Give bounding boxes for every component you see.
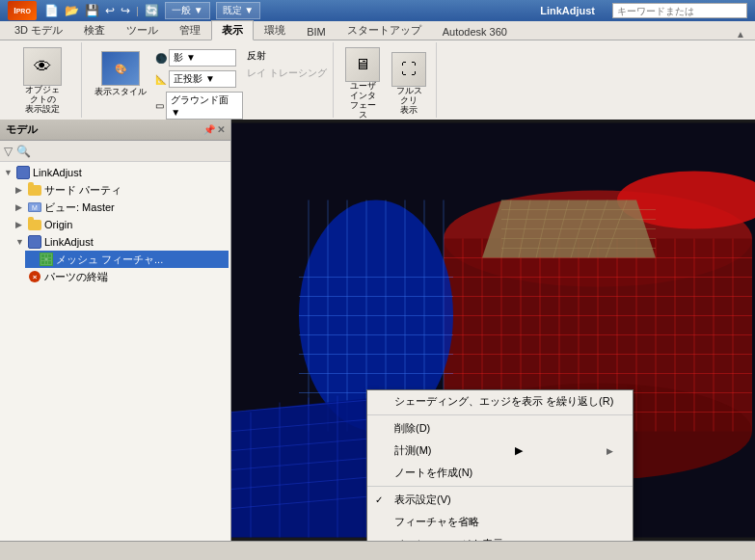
ribbon: 3D モデル 検査 ツール 管理 表示 環境 BIM スタートアップ Autod… bbox=[0, 21, 755, 120]
expand-icon[interactable]: ▶ bbox=[15, 202, 27, 212]
status-bar bbox=[0, 541, 755, 560]
content-area: モデル 📌 ✕ ▽ 🔍 ▼ LinkAdjust bbox=[0, 120, 755, 541]
panel-title: モデル bbox=[6, 122, 38, 137]
tree-label-view-master: ビュー: Master bbox=[44, 200, 115, 215]
ground-icon: ▭ bbox=[155, 100, 164, 111]
ribbon-tabs: 3D モデル 検査 ツール 管理 表示 環境 BIM スタートアップ Autod… bbox=[0, 21, 755, 40]
menu-label-show-mesh-edges: メッシュ エッジを表示 bbox=[394, 537, 503, 541]
tree-label-third-party: サード パーティ bbox=[44, 183, 121, 198]
view-icon: M bbox=[27, 200, 42, 215]
tab-3d-model[interactable]: 3D モデル bbox=[4, 20, 73, 40]
separator: | bbox=[136, 5, 139, 16]
menu-item-suppress[interactable]: フィーチャを省略 bbox=[367, 511, 633, 533]
undo-icon[interactable]: ↩ bbox=[105, 4, 115, 17]
ground-dropdown[interactable]: グラウンド面 ▼ bbox=[166, 92, 243, 120]
menu-label-delete: 削除(D) bbox=[394, 421, 430, 436]
menu-label-display-settings: 表示設定(V) bbox=[394, 493, 451, 507]
menu-label-measure: 計測(M) bbox=[394, 443, 432, 458]
submenu-arrow: ▶ bbox=[515, 444, 523, 457]
general-dropdown[interactable]: 一般 ▼ bbox=[165, 2, 210, 19]
projection-dropdown[interactable]: 正投影 ▼ bbox=[169, 70, 236, 88]
menu-item-display-settings[interactable]: 表示設定(V) bbox=[367, 489, 633, 511]
tab-inspection[interactable]: 検査 bbox=[73, 20, 116, 40]
menu-item-measure[interactable]: 計測(M) ▶ bbox=[367, 440, 633, 462]
reflection-label: 反射 bbox=[247, 49, 266, 63]
menu-label-note: ノートを作成(N) bbox=[394, 466, 472, 480]
expand-icon[interactable]: ▶ bbox=[15, 220, 27, 229]
projection-row: 📐 正投影 ▼ bbox=[155, 70, 243, 88]
menu-item-note[interactable]: ノートを作成(N) bbox=[367, 462, 633, 484]
title-text: LinkAdjust bbox=[540, 5, 595, 16]
tab-view[interactable]: 表示 bbox=[211, 20, 254, 40]
tree-label-origin: Origin bbox=[44, 219, 72, 230]
new-icon[interactable]: 📄 bbox=[44, 4, 59, 17]
tree-item-third-party[interactable]: ▶ サード パーティ bbox=[13, 181, 229, 199]
ground-plane-row: ▭ グラウンド面 ▼ bbox=[155, 92, 243, 120]
tab-tools[interactable]: ツール bbox=[116, 20, 169, 40]
pro-logo: IPRO bbox=[8, 1, 37, 20]
tab-environment[interactable]: 環境 bbox=[254, 20, 296, 40]
viewport: シェーディング、エッジを表示 を繰り返し(R) 削除(D) 計測(M) ▶ ノー… bbox=[231, 120, 755, 541]
redo-icon[interactable]: ↪ bbox=[121, 4, 130, 17]
tree-item-mesh-feature[interactable]: メッシュ フィーチャ... bbox=[25, 251, 229, 268]
menu-item-show-mesh-edges[interactable]: メッシュ エッジを表示 bbox=[367, 533, 633, 541]
fullscreen-btn[interactable]: ⛶ フルスクリ表示 bbox=[388, 49, 430, 119]
ribbon-collapse-icon[interactable]: ▲ bbox=[730, 29, 751, 40]
open-icon[interactable]: 📂 bbox=[65, 4, 79, 17]
search-icon[interactable]: 🔍 bbox=[16, 145, 31, 158]
ray-tracing-label: レイ トレーシング bbox=[247, 67, 327, 80]
expand-icon[interactable]: ▼ bbox=[15, 237, 27, 247]
menu-item-delete[interactable]: 削除(D) bbox=[367, 417, 633, 440]
panel-header: モデル 📌 ✕ bbox=[0, 120, 230, 141]
expand-icon[interactable]: ▶ bbox=[15, 185, 27, 195]
context-menu: シェーディング、エッジを表示 を繰り返し(R) 削除(D) 計測(M) ▶ ノー… bbox=[366, 389, 634, 541]
display-style-btn[interactable]: 🎨 表示スタイル bbox=[90, 48, 151, 101]
tree-item-origin[interactable]: ▶ Origin bbox=[13, 216, 229, 233]
folder-icon-2 bbox=[27, 217, 42, 232]
tree-item-link-adjust-sub[interactable]: ▼ LinkAdjust bbox=[13, 233, 229, 251]
tab-manage[interactable]: 管理 bbox=[169, 20, 211, 40]
proj-icon: 📐 bbox=[155, 74, 167, 85]
error-icon: × bbox=[27, 269, 42, 284]
panel-toolbar: ▽ 🔍 bbox=[0, 141, 230, 162]
mesh-icon bbox=[39, 252, 54, 267]
folder-icon bbox=[27, 182, 42, 198]
tab-startup[interactable]: スタートアップ bbox=[337, 20, 432, 40]
tree-item-root[interactable]: ▼ LinkAdjust bbox=[2, 164, 229, 181]
shadow-icon: 🌑 bbox=[155, 53, 167, 64]
panel-pin-icon[interactable]: 📌 bbox=[203, 124, 215, 135]
ribbon-group-ui: 🖥 ユーザインタフェース ⛶ フルスクリ表示 bbox=[336, 42, 437, 118]
tab-autodesk360[interactable]: Autodesk 360 bbox=[432, 23, 518, 40]
update-icon[interactable]: 🔄 bbox=[145, 4, 159, 17]
shadow-dropdown[interactable]: 影 ▼ bbox=[169, 49, 236, 67]
filter-icon[interactable]: ▽ bbox=[4, 145, 13, 158]
model-panel: モデル 📌 ✕ ▽ 🔍 ▼ LinkAdjust bbox=[0, 120, 231, 541]
part-icon-2 bbox=[27, 234, 42, 250]
save-icon[interactable]: 💾 bbox=[85, 4, 99, 17]
search-input[interactable] bbox=[612, 3, 747, 18]
ribbon-content: 👁 オブジェクトの表示設定 ⊕ 重心 📊 解析 🔗 iMa bbox=[0, 40, 755, 120]
tree-label-link-adjust-sub: LinkAdjust bbox=[44, 236, 94, 248]
ribbon-group-display-settings: 👁 オブジェクトの表示設定 ⊕ 重心 📊 解析 🔗 iMa bbox=[4, 42, 82, 118]
shadow-row: 🌑 影 ▼ bbox=[155, 49, 243, 67]
tree-area: ▼ LinkAdjust ▶ サード パーティ ▶ bbox=[0, 162, 230, 541]
ribbon-group-appearance: 🎨 表示スタイル 🌑 影 ▼ 📐 正投影 ▼ bbox=[84, 42, 334, 118]
expand-icon[interactable]: ▼ bbox=[4, 168, 15, 177]
tree-item-view-master[interactable]: ▶ M ビュー: Master bbox=[13, 199, 229, 216]
tree-item-part-end[interactable]: × パーツの終端 bbox=[13, 268, 229, 285]
preset-dropdown[interactable]: 既定 ▼ bbox=[216, 2, 261, 19]
menu-separator-1 bbox=[367, 414, 633, 415]
tree-label-mesh: メッシュ フィーチャ... bbox=[56, 253, 163, 267]
tree-label-root: LinkAdjust bbox=[33, 167, 82, 178]
panel-close-icon[interactable]: ✕ bbox=[217, 124, 225, 135]
tab-bim[interactable]: BIM bbox=[296, 23, 337, 40]
user-interface-btn[interactable]: 🖥 ユーザインタフェース bbox=[341, 44, 384, 123]
object-display-btn[interactable]: 👁 オブジェクトの表示設定 bbox=[18, 44, 67, 118]
tree-label-part-end: パーツの終端 bbox=[44, 270, 108, 284]
part-icon bbox=[15, 165, 31, 180]
menu-label-suppress: フィーチャを省略 bbox=[394, 515, 479, 529]
app-body: IPRO 📄 📂 💾 ↩ ↪ | 🔄 一般 ▼ 既定 ▼ LinkAdjust … bbox=[0, 0, 755, 560]
menu-separator-2 bbox=[367, 486, 633, 487]
title-bar: IPRO 📄 📂 💾 ↩ ↪ | 🔄 一般 ▼ 既定 ▼ LinkAdjust bbox=[0, 0, 755, 21]
menu-item-repeat-shading[interactable]: シェーディング、エッジを表示 を繰り返し(R) bbox=[367, 390, 633, 413]
